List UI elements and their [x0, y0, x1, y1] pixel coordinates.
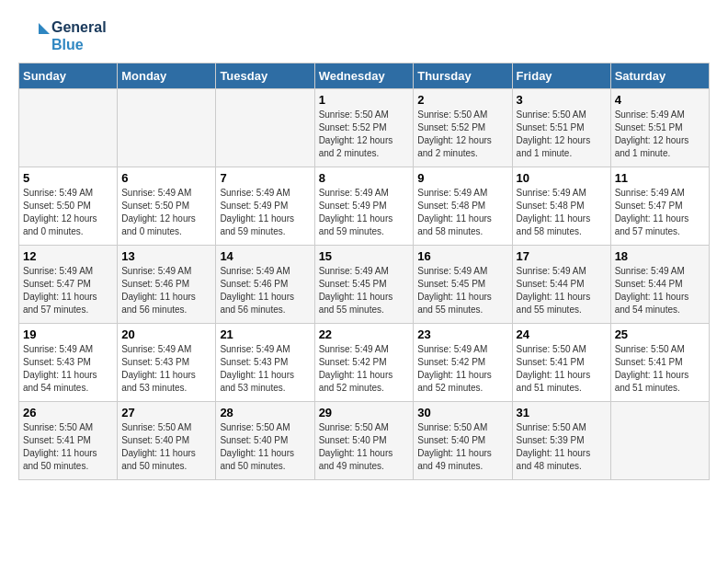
calendar-cell: 24Sunrise: 5:50 AM Sunset: 5:41 PM Dayli… [512, 324, 610, 402]
calendar-cell [19, 89, 118, 167]
day-number: 10 [517, 171, 607, 185]
day-info: Sunrise: 5:49 AM Sunset: 5:49 PM Dayligh… [220, 187, 310, 238]
day-number: 16 [417, 249, 507, 263]
calendar-cell: 12Sunrise: 5:49 AM Sunset: 5:47 PM Dayli… [19, 246, 118, 324]
day-number: 31 [517, 406, 607, 419]
day-number: 22 [319, 327, 410, 341]
day-number: 8 [319, 171, 410, 185]
day-info: Sunrise: 5:49 AM Sunset: 5:46 PM Dayligh… [220, 265, 310, 316]
day-number: 19 [23, 327, 113, 341]
day-number: 30 [417, 406, 507, 419]
day-info: Sunrise: 5:49 AM Sunset: 5:43 PM Dayligh… [220, 343, 310, 395]
logo-graphic: General Blue [18, 18, 107, 53]
calendar-cell: 25Sunrise: 5:50 AM Sunset: 5:41 PM Dayli… [610, 324, 709, 402]
calendar-cell: 16Sunrise: 5:49 AM Sunset: 5:45 PM Dayli… [414, 246, 512, 324]
day-number: 9 [417, 171, 507, 185]
calendar-cell: 30Sunrise: 5:50 AM Sunset: 5:40 PM Dayli… [414, 402, 512, 480]
calendar-cell: 5Sunrise: 5:49 AM Sunset: 5:50 PM Daylig… [19, 167, 118, 246]
day-number: 1 [319, 93, 410, 107]
day-number: 2 [417, 93, 507, 107]
day-number: 28 [220, 406, 310, 419]
day-number: 29 [319, 406, 410, 419]
calendar-cell: 15Sunrise: 5:49 AM Sunset: 5:45 PM Dayli… [314, 246, 414, 324]
calendar-cell: 11Sunrise: 5:49 AM Sunset: 5:47 PM Dayli… [610, 167, 709, 246]
day-number: 13 [121, 249, 211, 263]
weekday-header: Monday [118, 63, 216, 89]
day-info: Sunrise: 5:49 AM Sunset: 5:49 PM Dayligh… [319, 187, 410, 238]
calendar-cell: 17Sunrise: 5:49 AM Sunset: 5:44 PM Dayli… [512, 246, 610, 324]
calendar-cell: 4Sunrise: 5:49 AM Sunset: 5:51 PM Daylig… [610, 89, 709, 167]
day-info: Sunrise: 5:49 AM Sunset: 5:42 PM Dayligh… [417, 343, 507, 395]
weekday-header: Friday [512, 63, 610, 89]
day-info: Sunrise: 5:49 AM Sunset: 5:48 PM Dayligh… [417, 187, 507, 238]
day-info: Sunrise: 5:49 AM Sunset: 5:50 PM Dayligh… [23, 187, 113, 238]
calendar-cell: 28Sunrise: 5:50 AM Sunset: 5:40 PM Dayli… [216, 402, 314, 480]
calendar-cell [610, 402, 709, 480]
day-number: 27 [121, 406, 211, 419]
calendar-cell: 3Sunrise: 5:50 AM Sunset: 5:51 PM Daylig… [512, 89, 610, 167]
day-info: Sunrise: 5:50 AM Sunset: 5:41 PM Dayligh… [615, 343, 705, 395]
calendar-cell: 9Sunrise: 5:49 AM Sunset: 5:48 PM Daylig… [414, 167, 512, 246]
day-number: 3 [517, 93, 607, 107]
calendar-cell: 8Sunrise: 5:49 AM Sunset: 5:49 PM Daylig… [314, 167, 414, 246]
day-number: 25 [615, 327, 705, 341]
calendar-cell: 31Sunrise: 5:50 AM Sunset: 5:39 PM Dayli… [512, 402, 610, 480]
page-header: General Blue [18, 18, 710, 53]
day-info: Sunrise: 5:49 AM Sunset: 5:47 PM Dayligh… [615, 187, 705, 238]
day-info: Sunrise: 5:50 AM Sunset: 5:51 PM Dayligh… [517, 109, 607, 160]
calendar-week-row: 5Sunrise: 5:49 AM Sunset: 5:50 PM Daylig… [19, 167, 710, 246]
calendar-cell: 26Sunrise: 5:50 AM Sunset: 5:41 PM Dayli… [19, 402, 118, 480]
day-info: Sunrise: 5:49 AM Sunset: 5:45 PM Dayligh… [417, 265, 507, 316]
calendar-cell: 13Sunrise: 5:49 AM Sunset: 5:46 PM Dayli… [118, 246, 216, 324]
day-info: Sunrise: 5:49 AM Sunset: 5:48 PM Dayligh… [517, 187, 607, 238]
calendar-cell: 1Sunrise: 5:50 AM Sunset: 5:52 PM Daylig… [314, 89, 414, 167]
day-info: Sunrise: 5:50 AM Sunset: 5:52 PM Dayligh… [417, 109, 507, 160]
day-number: 18 [615, 249, 705, 263]
day-info: Sunrise: 5:50 AM Sunset: 5:41 PM Dayligh… [23, 421, 113, 473]
day-info: Sunrise: 5:49 AM Sunset: 5:50 PM Dayligh… [121, 187, 211, 238]
calendar-cell: 18Sunrise: 5:49 AM Sunset: 5:44 PM Dayli… [610, 246, 709, 324]
calendar-cell: 21Sunrise: 5:49 AM Sunset: 5:43 PM Dayli… [216, 324, 314, 402]
logo-text: General Blue [51, 18, 107, 53]
day-number: 21 [220, 327, 310, 341]
calendar-week-row: 19Sunrise: 5:49 AM Sunset: 5:43 PM Dayli… [19, 324, 710, 402]
weekday-header: Sunday [19, 63, 118, 89]
logo-shape [18, 19, 51, 52]
day-info: Sunrise: 5:50 AM Sunset: 5:40 PM Dayligh… [417, 421, 507, 473]
day-number: 7 [220, 171, 310, 185]
day-info: Sunrise: 5:49 AM Sunset: 5:42 PM Dayligh… [319, 343, 410, 395]
day-info: Sunrise: 5:49 AM Sunset: 5:45 PM Dayligh… [319, 265, 410, 316]
day-info: Sunrise: 5:49 AM Sunset: 5:44 PM Dayligh… [615, 265, 705, 316]
calendar-cell: 27Sunrise: 5:50 AM Sunset: 5:40 PM Dayli… [118, 402, 216, 480]
calendar-cell: 19Sunrise: 5:49 AM Sunset: 5:43 PM Dayli… [19, 324, 118, 402]
day-info: Sunrise: 5:49 AM Sunset: 5:51 PM Dayligh… [615, 109, 705, 160]
calendar-cell: 14Sunrise: 5:49 AM Sunset: 5:46 PM Dayli… [216, 246, 314, 324]
day-number: 11 [615, 171, 705, 185]
logo-blue: Blue [51, 36, 107, 53]
calendar-cell: 20Sunrise: 5:49 AM Sunset: 5:43 PM Dayli… [118, 324, 216, 402]
logo: General Blue [18, 18, 107, 53]
calendar-week-row: 26Sunrise: 5:50 AM Sunset: 5:41 PM Dayli… [19, 402, 710, 480]
day-info: Sunrise: 5:49 AM Sunset: 5:46 PM Dayligh… [121, 265, 211, 316]
day-number: 24 [517, 327, 607, 341]
calendar-table: SundayMondayTuesdayWednesdayThursdayFrid… [18, 63, 710, 480]
weekday-header: Saturday [610, 63, 709, 89]
day-info: Sunrise: 5:49 AM Sunset: 5:43 PM Dayligh… [23, 343, 113, 395]
day-number: 15 [319, 249, 410, 263]
day-info: Sunrise: 5:50 AM Sunset: 5:40 PM Dayligh… [121, 421, 211, 473]
calendar-week-row: 12Sunrise: 5:49 AM Sunset: 5:47 PM Dayli… [19, 246, 710, 324]
weekday-header: Wednesday [314, 63, 414, 89]
calendar-cell: 6Sunrise: 5:49 AM Sunset: 5:50 PM Daylig… [118, 167, 216, 246]
svg-marker-0 [39, 23, 50, 34]
calendar-cell: 22Sunrise: 5:49 AM Sunset: 5:42 PM Dayli… [314, 324, 414, 402]
calendar-cell [216, 89, 314, 167]
weekday-header: Thursday [414, 63, 512, 89]
day-number: 26 [23, 406, 113, 419]
day-number: 4 [615, 93, 705, 107]
day-number: 17 [517, 249, 607, 263]
calendar-cell: 7Sunrise: 5:49 AM Sunset: 5:49 PM Daylig… [216, 167, 314, 246]
day-info: Sunrise: 5:50 AM Sunset: 5:52 PM Dayligh… [319, 109, 410, 160]
day-info: Sunrise: 5:49 AM Sunset: 5:47 PM Dayligh… [23, 265, 113, 316]
day-number: 23 [417, 327, 507, 341]
weekday-header: Tuesday [216, 63, 314, 89]
